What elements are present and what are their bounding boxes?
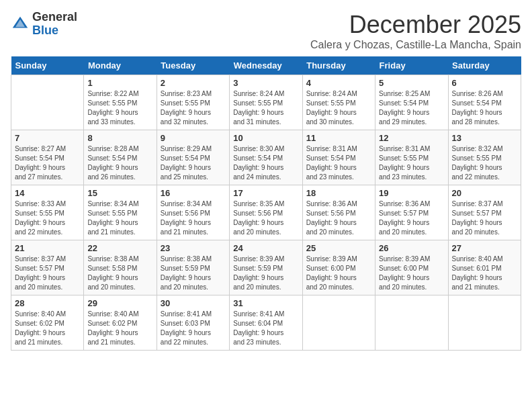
calendar-table: SundayMondayTuesdayWednesdayThursdayFrid… xyxy=(11,56,521,351)
day-info: Sunrise: 8:22 AM Sunset: 5:55 PM Dayligh… xyxy=(87,89,152,127)
day-info: Sunrise: 8:27 AM Sunset: 5:54 PM Dayligh… xyxy=(15,144,80,182)
day-number: 9 xyxy=(161,133,226,143)
day-number: 23 xyxy=(161,243,226,253)
day-info: Sunrise: 8:36 AM Sunset: 5:57 PM Dayligh… xyxy=(379,199,444,237)
day-number: 14 xyxy=(15,188,80,198)
calendar-day-cell: 17Sunrise: 8:35 AM Sunset: 5:56 PM Dayli… xyxy=(230,185,302,240)
day-info: Sunrise: 8:40 AM Sunset: 6:02 PM Dayligh… xyxy=(15,310,80,347)
day-number: 13 xyxy=(452,133,517,143)
day-info: Sunrise: 8:37 AM Sunset: 5:57 PM Dayligh… xyxy=(452,199,517,237)
calendar-week-row: 21Sunrise: 8:37 AM Sunset: 5:57 PM Dayli… xyxy=(11,240,521,295)
calendar-day-cell: 21Sunrise: 8:37 AM Sunset: 5:57 PM Dayli… xyxy=(11,240,84,295)
logo: General Blue xyxy=(11,11,77,38)
logo-icon xyxy=(11,15,30,34)
calendar-day-cell: 26Sunrise: 8:39 AM Sunset: 6:00 PM Dayli… xyxy=(375,240,448,295)
weekday-header-row: SundayMondayTuesdayWednesdayThursdayFrid… xyxy=(11,56,521,75)
day-info: Sunrise: 8:29 AM Sunset: 5:54 PM Dayligh… xyxy=(161,144,226,182)
location-title: Calera y Chozas, Castille-La Mancha, Spa… xyxy=(310,39,521,51)
day-info: Sunrise: 8:32 AM Sunset: 5:55 PM Dayligh… xyxy=(452,144,517,182)
day-info: Sunrise: 8:37 AM Sunset: 5:57 PM Dayligh… xyxy=(15,255,80,292)
calendar-day-cell: 25Sunrise: 8:39 AM Sunset: 6:00 PM Dayli… xyxy=(302,240,375,295)
weekday-header-cell: Wednesday xyxy=(230,56,302,75)
day-number: 7 xyxy=(15,133,80,143)
calendar-day-cell: 6Sunrise: 8:26 AM Sunset: 5:54 PM Daylig… xyxy=(448,75,521,130)
weekday-header-cell: Friday xyxy=(375,56,448,75)
day-number: 8 xyxy=(87,133,152,143)
calendar-day-cell: 7Sunrise: 8:27 AM Sunset: 5:54 PM Daylig… xyxy=(11,130,84,185)
calendar-day-cell: 22Sunrise: 8:38 AM Sunset: 5:58 PM Dayli… xyxy=(84,240,157,295)
title-area: December 2025 Calera y Chozas, Castille-… xyxy=(310,11,521,51)
day-info: Sunrise: 8:23 AM Sunset: 5:55 PM Dayligh… xyxy=(161,89,226,127)
logo-text: General Blue xyxy=(32,11,77,38)
logo-blue-text: Blue xyxy=(32,24,77,38)
day-info: Sunrise: 8:40 AM Sunset: 6:02 PM Dayligh… xyxy=(87,310,152,347)
calendar-day-cell: 12Sunrise: 8:31 AM Sunset: 5:55 PM Dayli… xyxy=(375,130,448,185)
calendar-day-cell: 30Sunrise: 8:41 AM Sunset: 6:03 PM Dayli… xyxy=(157,295,229,351)
day-number: 4 xyxy=(306,78,371,88)
calendar-day-cell: 15Sunrise: 8:34 AM Sunset: 5:55 PM Dayli… xyxy=(84,185,157,240)
day-info: Sunrise: 8:38 AM Sunset: 5:58 PM Dayligh… xyxy=(87,255,152,292)
day-number: 30 xyxy=(161,298,226,308)
day-info: Sunrise: 8:36 AM Sunset: 5:56 PM Dayligh… xyxy=(306,199,371,237)
calendar-day-cell: 23Sunrise: 8:38 AM Sunset: 5:59 PM Dayli… xyxy=(157,240,229,295)
day-info: Sunrise: 8:34 AM Sunset: 5:55 PM Dayligh… xyxy=(87,199,152,237)
calendar-day-cell: 29Sunrise: 8:40 AM Sunset: 6:02 PM Dayli… xyxy=(84,295,157,351)
calendar-day-cell xyxy=(448,295,521,351)
calendar-day-cell: 18Sunrise: 8:36 AM Sunset: 5:56 PM Dayli… xyxy=(302,185,375,240)
day-number: 5 xyxy=(379,78,444,88)
calendar-day-cell: 31Sunrise: 8:41 AM Sunset: 6:04 PM Dayli… xyxy=(230,295,302,351)
day-info: Sunrise: 8:34 AM Sunset: 5:56 PM Dayligh… xyxy=(161,199,226,237)
day-number: 1 xyxy=(87,78,152,88)
day-number: 19 xyxy=(379,188,444,198)
day-info: Sunrise: 8:24 AM Sunset: 5:55 PM Dayligh… xyxy=(306,89,371,127)
day-info: Sunrise: 8:33 AM Sunset: 5:55 PM Dayligh… xyxy=(15,199,80,237)
calendar-day-cell: 11Sunrise: 8:31 AM Sunset: 5:54 PM Dayli… xyxy=(302,130,375,185)
day-info: Sunrise: 8:39 AM Sunset: 5:59 PM Dayligh… xyxy=(233,255,298,292)
day-info: Sunrise: 8:41 AM Sunset: 6:03 PM Dayligh… xyxy=(161,310,226,347)
calendar-day-cell: 10Sunrise: 8:30 AM Sunset: 5:54 PM Dayli… xyxy=(230,130,302,185)
calendar-day-cell: 1Sunrise: 8:22 AM Sunset: 5:55 PM Daylig… xyxy=(84,75,157,130)
calendar-day-cell: 27Sunrise: 8:40 AM Sunset: 6:01 PM Dayli… xyxy=(448,240,521,295)
day-number: 24 xyxy=(233,243,298,253)
day-number: 18 xyxy=(306,188,371,198)
calendar-day-cell: 2Sunrise: 8:23 AM Sunset: 5:55 PM Daylig… xyxy=(157,75,229,130)
calendar-week-row: 14Sunrise: 8:33 AM Sunset: 5:55 PM Dayli… xyxy=(11,185,521,240)
calendar-day-cell: 3Sunrise: 8:24 AM Sunset: 5:55 PM Daylig… xyxy=(230,75,302,130)
day-number: 11 xyxy=(306,133,371,143)
weekday-header-cell: Sunday xyxy=(11,56,84,75)
calendar-day-cell: 16Sunrise: 8:34 AM Sunset: 5:56 PM Dayli… xyxy=(157,185,229,240)
day-info: Sunrise: 8:31 AM Sunset: 5:55 PM Dayligh… xyxy=(379,144,444,182)
calendar-day-cell: 14Sunrise: 8:33 AM Sunset: 5:55 PM Dayli… xyxy=(11,185,84,240)
day-number: 20 xyxy=(452,188,517,198)
day-info: Sunrise: 8:28 AM Sunset: 5:54 PM Dayligh… xyxy=(87,144,152,182)
day-number: 31 xyxy=(233,298,298,308)
day-info: Sunrise: 8:38 AM Sunset: 5:59 PM Dayligh… xyxy=(161,255,226,292)
day-number: 28 xyxy=(15,298,80,308)
weekday-header-cell: Saturday xyxy=(448,56,521,75)
day-info: Sunrise: 8:31 AM Sunset: 5:54 PM Dayligh… xyxy=(306,144,371,182)
calendar-day-cell: 13Sunrise: 8:32 AM Sunset: 5:55 PM Dayli… xyxy=(448,130,521,185)
calendar-week-row: 1Sunrise: 8:22 AM Sunset: 5:55 PM Daylig… xyxy=(11,75,521,130)
calendar-day-cell xyxy=(302,295,375,351)
day-info: Sunrise: 8:41 AM Sunset: 6:04 PM Dayligh… xyxy=(233,310,298,347)
day-info: Sunrise: 8:39 AM Sunset: 6:00 PM Dayligh… xyxy=(306,255,371,292)
day-number: 27 xyxy=(452,243,517,253)
day-number: 21 xyxy=(15,243,80,253)
calendar-week-row: 7Sunrise: 8:27 AM Sunset: 5:54 PM Daylig… xyxy=(11,130,521,185)
calendar-day-cell: 20Sunrise: 8:37 AM Sunset: 5:57 PM Dayli… xyxy=(448,185,521,240)
calendar-day-cell xyxy=(375,295,448,351)
day-number: 15 xyxy=(87,188,152,198)
day-number: 22 xyxy=(87,243,152,253)
day-info: Sunrise: 8:24 AM Sunset: 5:55 PM Dayligh… xyxy=(233,89,298,127)
day-number: 12 xyxy=(379,133,444,143)
calendar-body: 1Sunrise: 8:22 AM Sunset: 5:55 PM Daylig… xyxy=(11,75,521,351)
day-info: Sunrise: 8:40 AM Sunset: 6:01 PM Dayligh… xyxy=(452,255,517,292)
calendar-day-cell: 24Sunrise: 8:39 AM Sunset: 5:59 PM Dayli… xyxy=(230,240,302,295)
calendar-day-cell: 8Sunrise: 8:28 AM Sunset: 5:54 PM Daylig… xyxy=(84,130,157,185)
weekday-header-cell: Tuesday xyxy=(157,56,229,75)
calendar-day-cell: 9Sunrise: 8:29 AM Sunset: 5:54 PM Daylig… xyxy=(157,130,229,185)
weekday-header-cell: Thursday xyxy=(302,56,375,75)
page-header: General Blue December 2025 Calera y Choz… xyxy=(11,11,521,51)
day-info: Sunrise: 8:25 AM Sunset: 5:54 PM Dayligh… xyxy=(379,89,444,127)
day-number: 26 xyxy=(379,243,444,253)
